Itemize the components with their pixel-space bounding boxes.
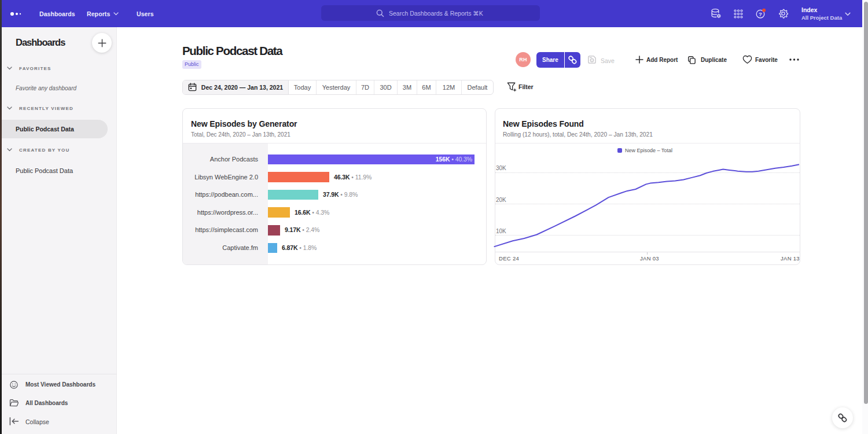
svg-text:?: ? bbox=[759, 11, 762, 17]
